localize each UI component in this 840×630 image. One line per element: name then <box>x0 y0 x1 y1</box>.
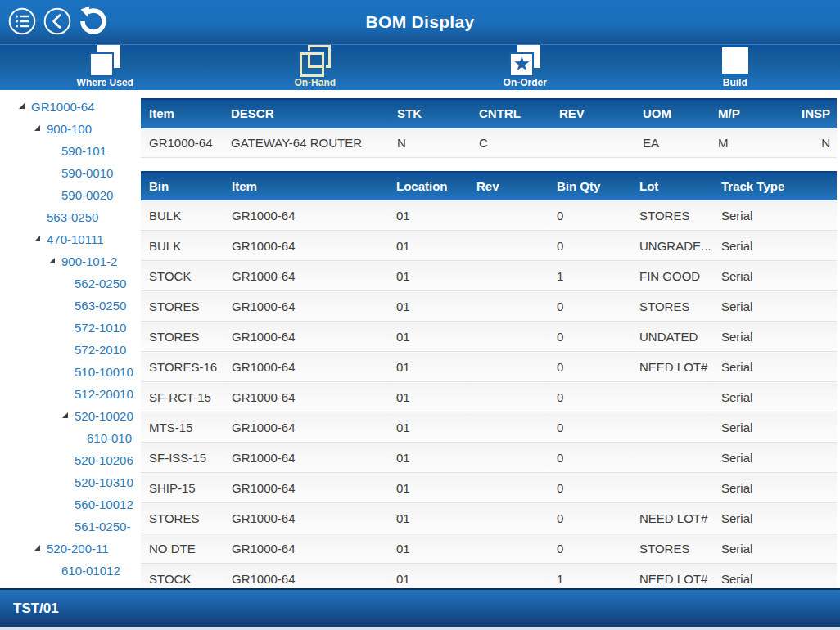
tree-expander-icon[interactable] <box>34 545 40 551</box>
table-row[interactable]: STOCKGR1000-64011FIN GOODSerial <box>141 261 837 291</box>
table-row[interactable]: BULKGR1000-64010UNGRADE...Serial <box>141 231 837 261</box>
table-row[interactable]: BULKGR1000-64010STORESSerial <box>141 200 837 231</box>
toolbar-item-where-used[interactable]: Where Used <box>0 45 210 90</box>
tree-item[interactable]: 610-01012 <box>0 560 141 582</box>
tree-item[interactable]: 520-10310 <box>0 471 141 493</box>
table-row[interactable]: STORESGR1000-64010UNDATEDSerial <box>141 322 837 352</box>
tree-item-label: 520-200-11 <box>47 542 109 556</box>
tree-item[interactable]: 900-100 <box>0 118 141 140</box>
table-cell: UNDATED <box>631 322 713 352</box>
tree-item[interactable]: 510-10010 <box>0 361 141 383</box>
table-row[interactable]: SF-ISS-15GR1000-64010Serial <box>141 443 837 473</box>
tree-item[interactable]: 572-2010 <box>0 339 141 361</box>
tree-item[interactable]: 590-101 <box>0 140 141 162</box>
table-row[interactable]: STORESGR1000-64010STORESSerial <box>141 291 837 322</box>
tree-item[interactable]: 563-0250 <box>0 206 141 228</box>
column-header: Track Type <box>713 172 837 200</box>
tree-item[interactable]: 512-20010 <box>0 383 141 405</box>
table-row[interactable]: GR1000-64GATEWAY-64 ROUTERNCEAMN <box>141 128 837 157</box>
table-row[interactable]: SHIP-15GR1000-64010Serial <box>141 473 837 503</box>
table-cell: Serial <box>713 261 837 291</box>
tree-item[interactable]: 563-0250 <box>0 295 141 317</box>
toolbar-item-on-hand[interactable]: On-Hand <box>210 45 421 90</box>
table-cell: 0 <box>549 231 631 261</box>
table-cell: 01 <box>388 443 468 473</box>
tree-item[interactable]: 610-010 <box>0 427 141 449</box>
table-cell <box>468 564 549 589</box>
tree-item[interactable]: 590-0010 <box>0 162 141 184</box>
tree-item[interactable]: 572-1010 <box>0 317 141 339</box>
table-cell: SF-RCT-15 <box>141 382 224 412</box>
table-row[interactable]: MTS-15GR1000-64010Serial <box>141 412 837 443</box>
refresh-button[interactable] <box>77 7 108 38</box>
bin-table-header-row: BinItemLocationRevBin QtyLotTrack Type <box>141 172 837 200</box>
tree-item-label: 510-10010 <box>75 365 133 379</box>
table-cell: 0 <box>549 443 631 473</box>
table-cell: M <box>710 128 785 157</box>
table-cell: NO DTE <box>141 533 224 564</box>
table-row[interactable]: NO DTEGR1000-64010STORESSerial <box>141 533 837 564</box>
status-bar: TST/01 <box>0 588 840 627</box>
tree-item-label: 470-10111 <box>47 232 104 246</box>
table-cell: Serial <box>713 291 837 322</box>
table-cell: BULK <box>141 200 224 231</box>
table-cell: STORES-16 <box>141 352 224 382</box>
tree-expander-icon[interactable] <box>19 103 25 109</box>
table-cell: 01 <box>388 503 468 533</box>
column-header: CNTRL <box>471 99 551 128</box>
content-area: GR1000-64900-100590-101590-0010590-00205… <box>0 90 840 588</box>
table-cell: Serial <box>713 412 837 443</box>
toolbar-item-build[interactable]: Build <box>630 45 840 90</box>
table-cell <box>468 503 549 533</box>
table-row[interactable]: STORESGR1000-64010NEED LOT#Serial <box>141 503 837 533</box>
table-cell: Serial <box>713 564 837 589</box>
bom-display-window: BOM Display Where Used On-Hand ★ On-Orde… <box>0 0 840 630</box>
tree-item[interactable]: 520-200-11 <box>0 538 141 560</box>
tree-expander-icon[interactable] <box>49 258 55 263</box>
table-cell: NEED LOT# <box>631 503 713 533</box>
table-cell: GR1000-64 <box>224 322 388 352</box>
table-cell: STORES <box>631 533 713 564</box>
table-cell: Serial <box>713 503 837 533</box>
table-cell: STOCK <box>141 564 224 589</box>
table-row[interactable]: STORES-16GR1000-64010NEED LOT#Serial <box>141 352 837 382</box>
table-row[interactable]: SF-RCT-15GR1000-64010Serial <box>141 382 837 412</box>
tree-item-label: 560-10012 <box>75 497 133 511</box>
tree-item[interactable]: 560-10012 <box>0 493 141 515</box>
table-cell: 01 <box>388 200 468 231</box>
tree-item[interactable]: 561-0250- <box>0 515 141 538</box>
table-cell: 01 <box>388 261 468 291</box>
table-cell <box>468 291 549 322</box>
table-cell: STORES <box>141 503 224 533</box>
table-cell <box>468 200 549 231</box>
table-cell: STORES <box>631 291 713 322</box>
table-cell: C <box>471 128 551 157</box>
tree-item-label: 520-10206 <box>75 453 133 467</box>
toolbar-item-on-order[interactable]: ★ On-Order <box>420 45 630 90</box>
tree-item[interactable]: 470-10111 <box>0 228 141 250</box>
tree-item[interactable]: 590-0020 <box>0 184 141 206</box>
tree-item[interactable]: GR1000-64 <box>0 96 141 118</box>
tree-item[interactable]: 900-101-2 <box>0 250 141 272</box>
table-cell: GR1000-64 <box>224 412 388 443</box>
table-cell: UNGRADE... <box>631 231 713 261</box>
item-table: ItemDESCRSTKCNTRLREVUOMM/PINSP GR1000-64… <box>141 98 837 158</box>
table-cell: 0 <box>549 412 631 443</box>
column-header: Item <box>224 172 388 200</box>
table-cell: 01 <box>388 352 468 382</box>
tree-item[interactable]: 562-0250 <box>0 272 141 295</box>
tree-item[interactable]: 520-10206 <box>0 449 141 471</box>
tree-expander-icon[interactable] <box>34 125 40 131</box>
table-cell: Serial <box>713 231 837 261</box>
tree-expander-icon[interactable] <box>62 412 68 418</box>
back-button[interactable] <box>42 7 73 38</box>
documents-outline-icon <box>296 45 335 77</box>
column-header: Rev <box>468 172 549 200</box>
tree-expander-icon[interactable] <box>34 236 40 241</box>
refresh-icon <box>77 6 108 39</box>
menu-button[interactable] <box>7 7 38 38</box>
table-cell: GR1000-64 <box>224 291 388 322</box>
tree-item[interactable]: 520-10020 <box>0 405 141 427</box>
page-title: BOM Display <box>0 0 840 44</box>
table-row[interactable]: STOCKGR1000-64011NEED LOT#Serial <box>141 564 837 589</box>
